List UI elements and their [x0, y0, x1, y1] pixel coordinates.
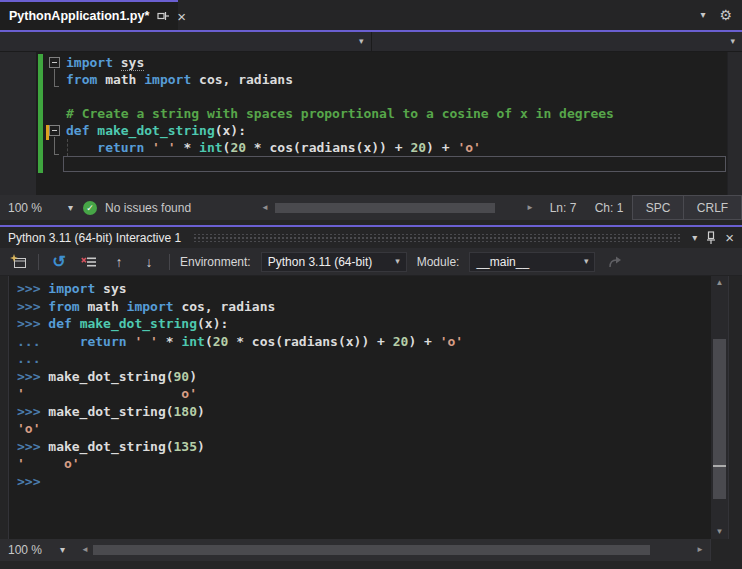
- interactive-output-area[interactable]: >>> import sys>>> from math import cos, …: [0, 276, 742, 539]
- editor-vertical-scrollbar[interactable]: [727, 52, 742, 195]
- navigation-bar: ▾ ▾: [0, 32, 742, 52]
- code-line: >>> make_dot_string(90): [17, 368, 711, 386]
- history-previous-button[interactable]: ↑: [109, 251, 129, 273]
- chevron-down-icon: ▾: [730, 37, 735, 46]
- scrollbar-thumb[interactable]: [275, 203, 494, 213]
- code-line: from math import cos, radians: [66, 71, 726, 88]
- interactive-toolbar: ↺ ↑ ↓ Environment: Python 3.11 (64-bit) …: [0, 248, 742, 276]
- code-line: >>> import sys: [17, 280, 711, 298]
- code-line: >>>: [17, 473, 711, 491]
- interactive-horizontal-scrollbar[interactable]: ◄ ►: [75, 544, 710, 556]
- code-line: ' o': [17, 455, 711, 473]
- editor-zoom-control[interactable]: 100 % ▾: [0, 201, 83, 215]
- clear-screen-button[interactable]: [79, 251, 99, 273]
- code-line: return ' ' * int(20 * cos(radians(x)) + …: [66, 139, 726, 156]
- scrollbar-thumb[interactable]: [713, 339, 726, 499]
- environment-value: Python 3.11 (64-bit): [268, 255, 373, 269]
- nav-members-dropdown[interactable]: ▾: [372, 32, 742, 51]
- environment-label: Environment:: [180, 255, 251, 269]
- tab-pythonapplication1[interactable]: PythonApplication1.py* ×: [0, 0, 178, 30]
- scroll-left-icon[interactable]: ◄: [261, 204, 269, 212]
- interactive-left-margin: [0, 276, 9, 539]
- chevron-down-icon: ▾: [359, 37, 364, 46]
- window-right-edge: [728, 276, 742, 539]
- chevron-down-icon: ▾: [584, 257, 589, 266]
- breakpoint-margin[interactable]: [0, 52, 36, 195]
- editor-status-bar: 100 % ▾ ✓ No issues found ◄ ► Ln: 7 Ch: …: [0, 195, 742, 220]
- code-line: ... return ' ' * int(20 * cos(radians(x)…: [17, 333, 711, 351]
- scrollbar-track[interactable]: [93, 544, 692, 556]
- reset-repl-button[interactable]: ↺: [49, 251, 69, 273]
- code-line: [66, 88, 726, 105]
- scrollbar-thumb[interactable]: [93, 545, 650, 555]
- code-line: ...: [17, 350, 711, 368]
- tab-strip-controls: ▾ ⚙: [700, 0, 742, 30]
- chevron-down-icon: ▾: [395, 257, 400, 266]
- module-label: Module:: [417, 255, 460, 269]
- close-icon[interactable]: ×: [177, 9, 186, 24]
- scroll-down-icon[interactable]: ▼: [716, 525, 724, 539]
- module-value: __main__: [476, 255, 529, 269]
- interactive-vertical-scrollbar[interactable]: ▲ ▼: [711, 276, 728, 539]
- code-line: >>> make_dot_string(180): [17, 403, 711, 421]
- caret-position-marker: [713, 465, 726, 467]
- scrollbar-track[interactable]: [711, 290, 728, 525]
- history-next-button[interactable]: ↓: [139, 251, 159, 273]
- code-line: def make_dot_string(x):: [66, 122, 726, 139]
- outline-region-line: [54, 69, 59, 87]
- code-line: >>> make_dot_string(135): [17, 438, 711, 456]
- window-corner: [710, 539, 742, 561]
- scroll-right-icon[interactable]: ►: [696, 546, 704, 554]
- scroll-right-icon[interactable]: ►: [526, 204, 534, 212]
- collapse-region-icon[interactable]: [49, 125, 60, 136]
- zoom-level: 100 %: [8, 201, 42, 215]
- toolbar-separator: [38, 254, 39, 270]
- interactive-window-title: Python 3.11 (64-bit) Interactive 1: [8, 231, 181, 245]
- window-bottom-edge: [0, 561, 742, 568]
- code-editor[interactable]: import sysfrom math import cos, radians#…: [0, 52, 742, 195]
- titlebar-drag-grip[interactable]: [193, 234, 680, 242]
- new-interactive-window-button[interactable]: [8, 251, 28, 273]
- editor-horizontal-scrollbar[interactable]: ◄ ►: [255, 202, 540, 214]
- zoom-level: 100 %: [8, 543, 42, 557]
- issues-indicator[interactable]: ✓ No issues found: [83, 201, 255, 215]
- scrollbar-track[interactable]: [273, 202, 522, 214]
- interactive-zoom-control[interactable]: 100 % ▾: [0, 543, 75, 557]
- interactive-window-titlebar: Python 3.11 (64-bit) Interactive 1 ▾ ×: [0, 227, 742, 248]
- vs-window: PythonApplication1.py* × ▾ ⚙ ▾ ▾ import …: [0, 0, 742, 569]
- nav-types-dropdown[interactable]: ▾: [0, 32, 372, 51]
- code-line: >>> def make_dot_string(x):: [17, 315, 711, 333]
- editor-code-area[interactable]: import sysfrom math import cos, radians#…: [66, 54, 726, 173]
- interactive-code-area[interactable]: >>> import sys>>> from math import cos, …: [9, 276, 711, 539]
- column-indicator: Ch: 1: [586, 201, 632, 215]
- window-menu-chevron-icon[interactable]: ▾: [692, 233, 697, 243]
- document-tab-strip: PythonApplication1.py* × ▾ ⚙: [0, 0, 742, 30]
- chevron-down-icon: ▾: [68, 203, 73, 213]
- interactive-status-bar: 100 % ▾ ◄ ►: [0, 539, 742, 561]
- code-line: # Create a string with spaces proportion…: [66, 105, 726, 122]
- code-line: ' o': [17, 385, 711, 403]
- toolbar-separator: [169, 254, 170, 270]
- close-icon[interactable]: ×: [725, 230, 734, 245]
- change-tracking-bar: [38, 54, 43, 173]
- environment-dropdown[interactable]: Python 3.11 (64-bit) ▾: [261, 252, 407, 272]
- code-line: 'o': [17, 420, 711, 438]
- module-dropdown[interactable]: __main__ ▾: [469, 252, 595, 272]
- spaces-toggle[interactable]: SPC: [632, 195, 684, 220]
- send-to-interactive-icon[interactable]: [605, 251, 625, 273]
- pin-icon[interactable]: [705, 231, 717, 244]
- scroll-up-icon[interactable]: ▲: [716, 276, 724, 290]
- line-ending-toggle[interactable]: CRLF: [684, 195, 742, 220]
- code-line: >>> from math import cos, radians: [17, 298, 711, 316]
- scroll-left-icon[interactable]: ◄: [81, 546, 89, 554]
- chevron-down-icon: ▾: [60, 545, 65, 555]
- tab-title: PythonApplication1.py*: [9, 9, 149, 23]
- gear-icon[interactable]: ⚙: [719, 8, 732, 22]
- pin-icon[interactable]: [157, 10, 169, 22]
- collapse-region-icon[interactable]: [49, 57, 60, 68]
- code-line: [66, 156, 726, 173]
- check-icon: ✓: [83, 201, 97, 215]
- line-indicator: Ln: 7: [540, 201, 586, 215]
- document-list-chevron-icon[interactable]: ▾: [700, 10, 705, 20]
- outline-region-line: [54, 137, 59, 155]
